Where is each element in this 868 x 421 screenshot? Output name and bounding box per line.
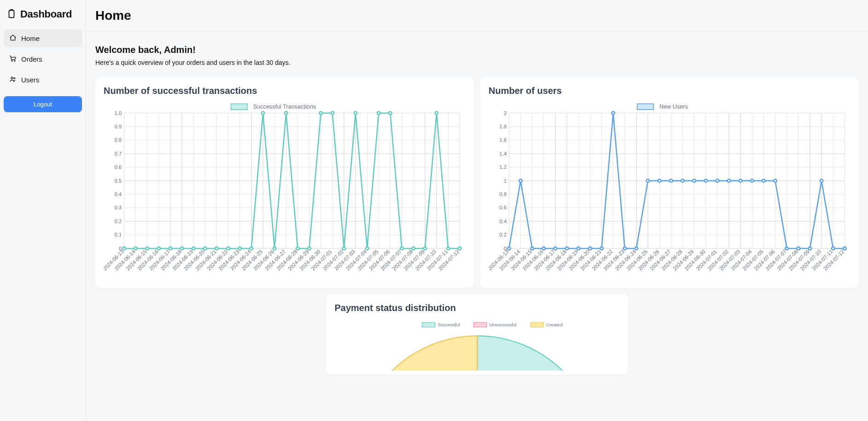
- cart-icon: [9, 55, 17, 63]
- svg-text:0.6: 0.6: [114, 164, 122, 170]
- overview-subtitle: Here's a quick overview of your orders a…: [95, 59, 859, 66]
- page-title: Home: [95, 8, 859, 23]
- chart-title: Number of successful transactions: [104, 86, 466, 96]
- svg-point-119: [458, 247, 461, 250]
- svg-point-222: [704, 179, 707, 183]
- svg-text:0.1: 0.1: [114, 232, 122, 237]
- svg-point-217: [647, 179, 650, 183]
- svg-point-110: [354, 112, 357, 115]
- svg-point-219: [670, 179, 673, 183]
- svg-text:0.4: 0.4: [114, 191, 122, 197]
- svg-point-228: [774, 179, 777, 183]
- svg-point-114: [400, 247, 403, 250]
- svg-point-111: [366, 247, 369, 250]
- svg-point-232: [820, 179, 823, 183]
- svg-point-112: [377, 112, 380, 115]
- svg-point-118: [447, 247, 450, 250]
- svg-point-229: [785, 247, 788, 250]
- svg-point-234: [843, 247, 846, 250]
- svg-point-231: [809, 247, 812, 250]
- svg-point-104: [285, 112, 288, 115]
- svg-point-91: [134, 247, 137, 250]
- svg-point-93: [157, 247, 160, 250]
- svg-point-4: [14, 78, 15, 79]
- svg-point-210: [565, 247, 569, 250]
- line-chart-transactions: Successful Transactions00.10.20.30.40.50…: [104, 103, 466, 283]
- svg-point-109: [343, 247, 346, 250]
- svg-point-208: [542, 247, 545, 250]
- chart-card-users: Number of users New Users00.20.40.60.811…: [480, 77, 859, 288]
- svg-point-216: [635, 247, 638, 250]
- chart-title: Payment status distribution: [335, 303, 620, 313]
- chart-card-payment-status: Payment status distribution SuccessfulUn…: [326, 294, 628, 375]
- svg-point-98: [215, 247, 218, 250]
- chart-title: Number of users: [489, 86, 851, 96]
- svg-point-99: [227, 247, 230, 250]
- svg-text:0.9: 0.9: [114, 124, 122, 129]
- svg-text:0.6: 0.6: [499, 205, 507, 211]
- sidebar-item-label: Home: [21, 35, 40, 42]
- svg-text:0.4: 0.4: [499, 219, 507, 224]
- svg-point-115: [412, 247, 415, 250]
- svg-text:Unsuccessful: Unsuccessful: [489, 322, 516, 327]
- svg-rect-235: [422, 323, 435, 327]
- sidebar-item-orders[interactable]: Orders: [4, 50, 82, 68]
- svg-point-106: [308, 247, 311, 250]
- sidebar-item-users[interactable]: Users: [4, 71, 82, 89]
- content: Welcome back, Admin! Here's a quick over…: [86, 32, 868, 421]
- svg-text:1: 1: [504, 178, 507, 184]
- svg-point-223: [716, 179, 719, 183]
- brand: Dashboard: [4, 6, 82, 26]
- svg-point-205: [507, 247, 511, 250]
- svg-point-220: [681, 179, 684, 183]
- svg-text:1.0: 1.0: [114, 110, 122, 116]
- pie-chart-payment-status: SuccessfulUnsuccessfulCreated: [335, 320, 620, 370]
- svg-text:1.4: 1.4: [499, 151, 507, 156]
- logout-button[interactable]: Logout: [4, 96, 82, 112]
- svg-point-209: [554, 247, 557, 250]
- svg-point-227: [762, 179, 765, 183]
- main: Home Welcome back, Admin! Here's a quick…: [86, 0, 868, 421]
- svg-point-207: [530, 247, 534, 250]
- topbar: Home: [86, 0, 868, 32]
- svg-point-107: [319, 112, 322, 115]
- svg-text:1.6: 1.6: [499, 137, 507, 143]
- svg-point-94: [169, 247, 172, 250]
- svg-rect-120: [637, 104, 653, 110]
- svg-point-211: [577, 247, 580, 250]
- clipboard-icon: [6, 9, 17, 20]
- svg-text:1.8: 1.8: [499, 124, 507, 129]
- svg-point-113: [389, 112, 392, 115]
- svg-text:1.2: 1.2: [499, 164, 507, 170]
- line-chart-users: New Users00.20.40.60.811.21.41.61.822024…: [489, 103, 851, 283]
- svg-text:0.3: 0.3: [114, 205, 122, 211]
- sidebar-nav: Home Orders Users Logout: [4, 29, 82, 112]
- svg-text:Successful: Successful: [437, 322, 460, 327]
- svg-rect-5: [231, 104, 247, 110]
- svg-point-102: [262, 112, 265, 115]
- svg-point-206: [519, 179, 522, 183]
- svg-rect-237: [473, 323, 486, 327]
- sidebar-item-home[interactable]: Home: [4, 29, 82, 47]
- svg-text:0.2: 0.2: [114, 219, 122, 224]
- svg-point-108: [331, 112, 334, 115]
- chart-card-transactions: Number of successful transactions Succes…: [95, 77, 474, 288]
- svg-point-92: [146, 247, 149, 250]
- svg-point-213: [600, 247, 603, 250]
- svg-point-212: [588, 247, 592, 250]
- svg-point-230: [797, 247, 800, 250]
- svg-point-224: [728, 179, 731, 183]
- home-icon: [9, 34, 17, 43]
- svg-text:2: 2: [504, 110, 507, 116]
- svg-point-101: [250, 247, 253, 250]
- sidebar-item-label: Users: [21, 76, 39, 84]
- svg-point-103: [273, 247, 276, 250]
- svg-point-221: [693, 179, 696, 183]
- svg-rect-0: [9, 10, 14, 17]
- svg-point-2: [14, 60, 15, 61]
- svg-point-117: [435, 112, 438, 115]
- svg-point-105: [296, 247, 299, 250]
- svg-point-233: [832, 247, 835, 250]
- brand-title: Dashboard: [20, 8, 72, 20]
- svg-rect-239: [530, 323, 543, 327]
